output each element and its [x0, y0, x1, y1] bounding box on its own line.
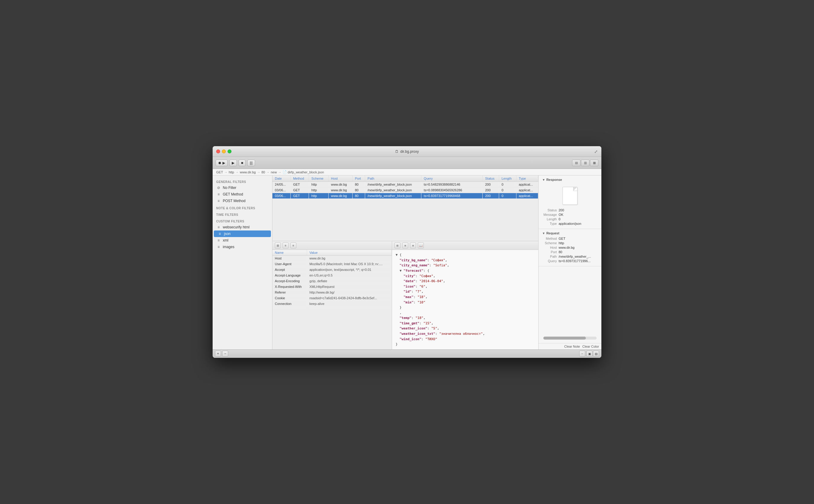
- crumb-sep-2: →: [235, 170, 239, 174]
- col-length[interactable]: Length: [499, 175, 517, 182]
- time-filters-label: TIME FILTERS: [213, 211, 272, 217]
- json-line: "icon": "6",: [395, 284, 535, 289]
- json-line: ▼ "forecast": {: [395, 268, 535, 274]
- sidebar-item-json[interactable]: ≡ json: [214, 230, 271, 237]
- minimize-button[interactable]: [222, 149, 226, 153]
- request-headers-pane: ⊞ ≡ ≡ Name Value: [272, 241, 392, 349]
- remove-button[interactable]: −: [222, 351, 228, 357]
- fullscreen-button[interactable]: [227, 149, 231, 153]
- response-expand-icon[interactable]: ▼: [542, 178, 545, 181]
- json-view-btn-1[interactable]: ⊞: [394, 242, 400, 248]
- crumb-filename: dirfp_weather_block.json: [282, 170, 324, 174]
- header-row: Hostwww.dir.bg: [272, 256, 392, 261]
- sidebar-item-no-filter[interactable]: ⊘ No Filter: [213, 184, 272, 191]
- col-status[interactable]: Status: [483, 175, 499, 182]
- headers-col-name[interactable]: Name: [272, 250, 307, 256]
- center-pane: Date Method Scheme Host Port Path Query …: [272, 175, 539, 349]
- col-path[interactable]: Path: [365, 175, 422, 182]
- col-date[interactable]: Date: [272, 175, 291, 182]
- sidebar-item-get-method[interactable]: ≡ GET Method: [213, 191, 272, 198]
- header-row: Accept-Languageen-US,en;q=0.5: [272, 273, 392, 278]
- split-view-btn-1[interactable]: ▣: [587, 351, 592, 357]
- right-panel-scrollbar[interactable]: [543, 337, 597, 340]
- table-row[interactable]: 03/06...GEThttpwww.dir.bg80/new/dirfp_we…: [272, 187, 538, 193]
- json-line: "max": "18",: [395, 294, 535, 300]
- websecurify-icon: ≡: [216, 225, 221, 229]
- request-expand-icon[interactable]: ▼: [542, 232, 545, 235]
- headers-view-btn-3[interactable]: ≡: [290, 242, 296, 248]
- bottom-split: ⊞ ≡ ≡ Name Value: [272, 241, 538, 349]
- right-panel: ▼ Response Status200MessageOKLength0Type…: [539, 175, 601, 349]
- panel-right-button[interactable]: ▦: [590, 160, 598, 166]
- json-view-btn-4[interactable]: 📖: [418, 242, 424, 248]
- headers-col-value[interactable]: Value: [307, 250, 391, 256]
- request-rows: MethodGETSchemehttpHostwww.dir.bgPort80P…: [542, 237, 598, 263]
- post-method-icon: ≡: [216, 199, 221, 203]
- col-type[interactable]: Type: [516, 175, 538, 182]
- sidebar-item-xml[interactable]: ≡ xml: [213, 237, 272, 244]
- json-line: }: [395, 305, 535, 310]
- response-row: Typeapplication/json: [542, 222, 598, 225]
- zoom-minus-button[interactable]: −: [579, 351, 585, 357]
- record-button[interactable]: ⏺ ▶: [216, 160, 227, 166]
- json-view-btn-2[interactable]: ≡: [402, 242, 408, 248]
- play-button[interactable]: ▶: [229, 160, 237, 166]
- request-section-label: Request: [546, 231, 559, 235]
- panel-center-button[interactable]: ▥: [581, 160, 590, 166]
- stop-button[interactable]: ■: [239, 160, 245, 166]
- titlebar: 🗒 dir.bg.proxy ⤢: [213, 146, 601, 157]
- record-icon: ⏺: [218, 161, 222, 165]
- sidebar-item-get-label: GET Method: [223, 192, 243, 196]
- expand-button[interactable]: ⤢: [594, 149, 598, 154]
- add-button[interactable]: +: [215, 351, 221, 357]
- col-port[interactable]: Port: [352, 175, 365, 182]
- request-section-header: ▼ Request: [542, 231, 598, 235]
- col-query[interactable]: Query: [422, 175, 483, 182]
- response-row: Status200: [542, 208, 598, 212]
- json-view-btn-3[interactable]: ≡: [410, 242, 416, 248]
- main-area: GENERAL FILTERS ⊘ No Filter ≡ GET Method…: [213, 175, 601, 349]
- headers-scroll[interactable]: Name Value Hostwww.dir.bgUser-AgentMozil…: [272, 250, 392, 349]
- json-line: ▼ {: [395, 252, 535, 258]
- col-scheme[interactable]: Scheme: [309, 175, 328, 182]
- response-rows: Status200MessageOKLength0Typeapplication…: [542, 208, 598, 225]
- segment-icon: |||: [250, 161, 252, 165]
- crumb-path: new: [271, 170, 277, 174]
- request-section: ▼ Request MethodGETSchemehttpHostwww.dir…: [539, 229, 601, 266]
- header-row: Accept-Encodinggzip, deflate: [272, 278, 392, 284]
- response-doc-icon: [542, 183, 598, 208]
- request-info-row: Port80: [542, 250, 598, 254]
- close-button[interactable]: [216, 149, 220, 153]
- clear-color-button[interactable]: Clear Color: [582, 345, 599, 348]
- col-host[interactable]: Host: [328, 175, 352, 182]
- split-view-btn-2[interactable]: ▤: [593, 351, 599, 357]
- clear-note-button[interactable]: Clear Note: [564, 345, 580, 348]
- json-line: "time_gmt": "15",: [395, 321, 535, 326]
- table-row[interactable]: 24/05...GEThttpwww.dir.bg80/new/dirfp_we…: [272, 182, 538, 187]
- sidebar-item-images[interactable]: ≡ images: [213, 244, 272, 250]
- view-split-buttons: ▣ ▤: [587, 351, 599, 357]
- table-row[interactable]: 03/06...GEThttpwww.dir.bg80/new/dirfp_we…: [272, 193, 538, 199]
- doc-placeholder: [563, 187, 578, 205]
- bottom-bar-right: − ▣ ▤: [579, 351, 599, 357]
- request-table-container[interactable]: Date Method Scheme Host Port Path Query …: [272, 175, 538, 241]
- headers-view-btn-1[interactable]: ⊞: [275, 242, 281, 248]
- json-line: "city_bg_name": "София",: [395, 258, 535, 263]
- headers-view-btn-2[interactable]: ≡: [282, 242, 288, 248]
- json-pane[interactable]: ⊞ ≡ ≡ 📖 ▼ { "city_bg_name": "София", "ci…: [392, 241, 538, 349]
- sidebar-item-websecurify[interactable]: ≡ websecurify html: [213, 224, 272, 230]
- images-icon: ≡: [216, 245, 221, 249]
- request-info-row: MethodGET: [542, 237, 598, 240]
- sidebar-item-json-label: json: [224, 232, 230, 236]
- request-table: Date Method Scheme Host Port Path Query …: [272, 175, 538, 199]
- headers-table: Name Value Hostwww.dir.bgUser-AgentMozil…: [272, 250, 392, 307]
- sidebar-item-post-method[interactable]: ≡ POST Method: [213, 198, 272, 204]
- panel-left-button[interactable]: ▤: [572, 160, 581, 166]
- scrollbar-thumb: [543, 337, 586, 340]
- json-content: ▼ { "city_bg_name": "София", "city_eng_n…: [392, 250, 538, 349]
- crumb-sep-1: →: [224, 170, 227, 174]
- segment-button[interactable]: |||: [247, 160, 255, 166]
- col-method[interactable]: Method: [291, 175, 309, 182]
- request-info-row: Path/new/dirfp_weather_...: [542, 255, 598, 258]
- crumb-sep-4: →: [266, 170, 269, 174]
